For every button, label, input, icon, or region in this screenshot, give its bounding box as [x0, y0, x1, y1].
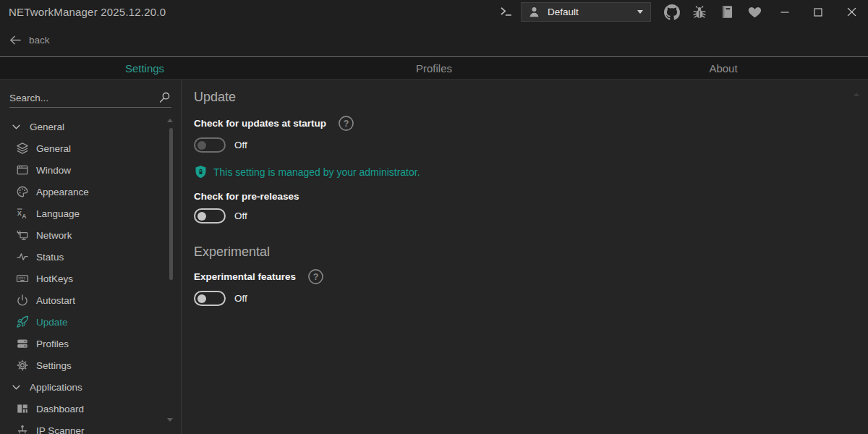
close-icon [847, 7, 856, 17]
documentation-icon [720, 4, 735, 20]
toggle-knob [197, 212, 206, 221]
profile-selected-value: Default [548, 7, 637, 17]
toggle-knob [197, 294, 206, 303]
setting-label-experimental-features: Experimental features [194, 271, 296, 284]
close-button[interactable] [835, 0, 868, 24]
sidebar-item-general[interactable]: General [0, 137, 181, 159]
section-title-experimental: Experimental [194, 244, 868, 260]
sidebar-item-settings[interactable]: Settings [0, 354, 181, 376]
svg-text:?: ? [313, 272, 319, 282]
person-icon [527, 5, 541, 19]
sidebar-item-profiles[interactable]: Profiles [0, 333, 181, 354]
toggle-state-label: Off [234, 210, 247, 221]
profile-selector-dropdown[interactable]: Default [521, 2, 651, 22]
servers-icon [15, 337, 29, 351]
minimize-icon [780, 8, 789, 17]
content-scroll-up-arrow[interactable] [854, 93, 859, 96]
sponsor-button[interactable] [741, 0, 768, 24]
sidebar-item-network[interactable]: Network [0, 224, 181, 246]
back-label: back [29, 35, 50, 46]
report-bug-button[interactable] [686, 0, 713, 24]
toggle-knob [197, 141, 206, 150]
sidebar-scroll-up-arrow[interactable] [167, 119, 173, 122]
sidebar-item-ip-scanner[interactable]: IP Scanner [0, 420, 181, 434]
toggle-state-label: Off [234, 140, 247, 150]
toggle-check-updates-at-startup[interactable] [194, 137, 226, 153]
keyboard-icon [15, 272, 29, 286]
chevron-down-icon [637, 10, 643, 14]
sidebar-item-status[interactable]: Status [0, 246, 181, 268]
sidebar-group-general[interactable]: General [0, 116, 181, 137]
shield-lock-icon [194, 164, 208, 180]
powershell-console-button[interactable] [493, 0, 519, 24]
bug-report-icon [692, 4, 707, 20]
chevron-down-icon [9, 380, 23, 394]
minimize-button[interactable] [768, 0, 801, 24]
translate-icon: XA [15, 207, 29, 221]
power-icon [15, 294, 29, 307]
svg-text:A: A [22, 213, 26, 220]
back-button[interactable]: back [8, 33, 50, 48]
layers-icon [15, 142, 29, 156]
github-button[interactable] [658, 0, 686, 24]
admin-managed-notice: This setting is managed by your administ… [194, 164, 868, 180]
settings-content: Update Check for updates at startup ? Of… [182, 80, 868, 434]
toggle-state-label: Off [234, 293, 247, 304]
documentation-button[interactable] [713, 0, 741, 24]
sidebar-item-update[interactable]: Update [0, 311, 181, 333]
titlebar: NETworkManager 2025.12.20.0 Default [0, 0, 868, 24]
github-icon [664, 4, 680, 20]
maximize-icon [814, 8, 822, 17]
search-box [9, 88, 171, 108]
palette-icon [15, 185, 29, 199]
tab-settings[interactable]: Settings [0, 57, 289, 79]
sidebar-item-appearance[interactable]: Appearance [0, 181, 181, 203]
settings-tree: General General Window Appearance [0, 116, 181, 434]
back-arrow-icon [8, 33, 23, 48]
sidebar-scrollbar-thumb[interactable] [169, 128, 173, 280]
dashboard-icon [15, 402, 29, 416]
tab-profiles[interactable]: Profiles [289, 57, 579, 79]
window-title: NETworkManager 2025.12.20.0 [9, 6, 166, 18]
settings-sidebar: General General Window Appearance [0, 80, 182, 434]
setting-label-check-updates: Check for updates at startup [194, 117, 326, 130]
window-icon [15, 163, 29, 177]
sponsor-heart-icon [747, 4, 762, 20]
ip-scanner-icon [15, 424, 29, 434]
setting-label-prereleases: Check for pre-releases [194, 190, 299, 203]
sidebar-scroll-down-arrow[interactable] [167, 418, 173, 422]
help-icon[interactable]: ? [338, 115, 354, 132]
network-icon [15, 229, 29, 242]
toggle-experimental-features[interactable] [194, 291, 226, 306]
section-title-update: Update [194, 89, 868, 105]
svg-text:?: ? [344, 119, 349, 129]
tab-bar: Settings Profiles About [0, 57, 868, 80]
rocket-icon [15, 315, 29, 329]
search-icon [158, 91, 171, 105]
toggle-check-prereleases[interactable] [194, 208, 226, 224]
sidebar-item-window[interactable]: Window [0, 159, 181, 181]
tab-about[interactable]: About [579, 57, 868, 79]
sidebar-item-autostart[interactable]: Autostart [0, 289, 181, 311]
admin-notice-text: This setting is managed by your administ… [213, 166, 420, 178]
sidebar-item-dashboard[interactable]: Dashboard [0, 398, 181, 420]
gear-icon [15, 359, 29, 373]
maximize-button[interactable] [801, 0, 835, 24]
chevron-down-icon [9, 120, 23, 134]
sidebar-group-applications[interactable]: Applications [0, 376, 181, 398]
sidebar-item-hotkeys[interactable]: HotKeys [0, 268, 181, 289]
back-bar: back [0, 24, 868, 56]
search-input[interactable] [9, 93, 158, 103]
activity-icon [15, 250, 29, 264]
sidebar-item-language[interactable]: XA Language [0, 203, 181, 224]
console-icon [499, 4, 514, 20]
help-icon[interactable]: ? [307, 268, 324, 285]
